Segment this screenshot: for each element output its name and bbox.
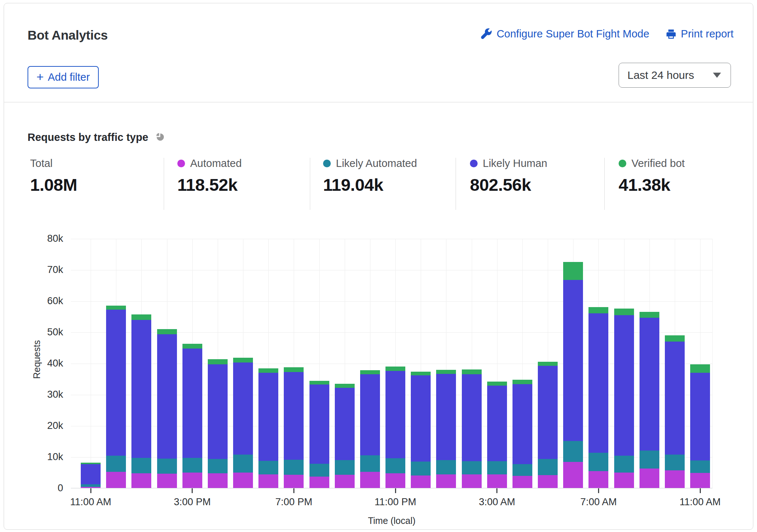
bar-segment-automated <box>335 475 355 488</box>
bar-segment-likely-automated <box>157 459 177 474</box>
bar-segment-automated <box>106 472 126 488</box>
bar-segment-likely-automated <box>563 441 583 462</box>
configure-super-bot-fight-mode-link[interactable]: Configure Super Bot Fight Mode <box>481 28 649 40</box>
header-actions: Configure Super Bot Fight Mode Print rep… <box>481 28 734 40</box>
traffic-type-stats: Total 1.08M Automated 118.52k Likely Aut… <box>0 157 757 212</box>
y-tick-label: 70k <box>19 264 63 276</box>
bar-segment-verified-bot <box>335 384 355 388</box>
bar-7-00-am <box>588 307 608 488</box>
bar-segment-automated <box>81 487 101 488</box>
x-tick-label: 11:00 AM <box>54 496 127 508</box>
stat-label: Likely Automated <box>336 157 417 170</box>
print-report-link[interactable]: Print report <box>666 28 734 40</box>
stat-divider <box>164 158 164 210</box>
bar-segment-automated <box>258 474 278 488</box>
y-tick-label: 30k <box>19 389 63 400</box>
bar-segment-verified-bot <box>563 262 583 280</box>
bar-segment-likely-human <box>258 373 278 461</box>
bar-segment-likely-human <box>487 386 507 461</box>
stat-label: Likely Human <box>483 157 547 170</box>
y-tick-label: 0 <box>19 482 63 494</box>
bar-3-00-pm <box>182 344 202 488</box>
bar-segment-likely-human <box>106 310 126 456</box>
bar-8-00-am <box>614 309 634 488</box>
stat-verified-bot: Verified bot 41.38k <box>619 157 685 195</box>
bar-9-00-am <box>640 312 659 488</box>
bar-segment-likely-automated <box>640 451 659 469</box>
likely-automated-legend-dot <box>323 160 331 167</box>
bar-segment-verified-bot <box>512 380 532 384</box>
stat-automated: Automated 118.52k <box>177 157 242 195</box>
stat-value: 41.38k <box>619 175 685 195</box>
bar-segment-verified-bot <box>131 314 151 320</box>
bar-segment-likely-human <box>360 374 380 455</box>
bar-segment-likely-automated <box>309 464 329 477</box>
bar-segment-likely-human <box>690 373 710 461</box>
section-title-row: Requests by traffic type <box>28 131 165 143</box>
bar-segment-verified-bot <box>258 368 278 372</box>
bar-segment-automated <box>538 475 558 488</box>
stat-divider <box>456 158 456 210</box>
bar-segment-automated <box>462 474 482 488</box>
configure-link-label: Configure Super Bot Fight Mode <box>497 28 649 40</box>
bar-segment-likely-human <box>462 374 482 461</box>
stat-value: 118.52k <box>177 175 242 195</box>
bar-segment-verified-bot <box>360 370 380 374</box>
x-axis-title: Time (local) <box>355 515 428 526</box>
bar-segment-likely-human <box>309 385 329 464</box>
bar-12-00-pm <box>106 306 126 488</box>
bar-segment-likely-automated <box>360 455 380 472</box>
bar-11-00-am <box>690 364 710 488</box>
add-filter-button[interactable]: + Add filter <box>28 66 99 88</box>
bar-2-00-am <box>462 369 482 488</box>
bar-segment-likely-human <box>335 388 355 460</box>
bar-segment-likely-human <box>182 349 202 458</box>
bar-segment-verified-bot <box>284 367 304 372</box>
bar-segment-automated <box>360 472 380 488</box>
bar-segment-likely-human <box>640 318 659 451</box>
bar-segment-likely-automated <box>182 458 202 472</box>
bar-segment-verified-bot <box>411 372 431 375</box>
stat-likely-automated: Likely Automated 119.04k <box>323 157 417 195</box>
bar-10-00-pm <box>360 370 380 488</box>
time-range-dropdown[interactable]: Last 24 hours <box>619 63 731 88</box>
bar-segment-verified-bot <box>538 362 558 366</box>
bar-segment-automated <box>436 474 456 488</box>
bar-segment-automated <box>690 473 710 488</box>
bar-segment-likely-automated <box>258 461 278 474</box>
stat-label: Automated <box>190 157 242 170</box>
print-link-label: Print report <box>681 28 734 40</box>
bar-11-00-pm <box>385 367 405 488</box>
bar-segment-verified-bot <box>106 306 126 310</box>
add-filter-label: Add filter <box>48 71 90 83</box>
bar-segment-likely-automated <box>81 484 101 487</box>
bar-6-00-am <box>563 262 583 488</box>
bar-10-00-am <box>665 335 685 488</box>
bar-segment-likely-automated <box>512 464 532 475</box>
x-tick-label: 11:00 AM <box>663 496 737 508</box>
bar-segment-automated <box>411 475 431 488</box>
x-tick-mark <box>496 488 497 493</box>
bar-4-00-pm <box>208 359 228 488</box>
x-tick-label: 7:00 PM <box>257 496 330 508</box>
bar-segment-automated <box>512 476 532 488</box>
bar-segment-likely-automated <box>462 461 482 475</box>
bar-segment-likely-human <box>233 362 253 455</box>
bar-segment-verified-bot <box>588 307 608 313</box>
stat-value: 1.08M <box>30 175 77 195</box>
bar-segment-likely-human <box>411 375 431 462</box>
bar-segment-likely-automated <box>436 460 456 474</box>
bar-segment-likely-automated <box>538 459 558 475</box>
bar-segment-likely-automated <box>233 455 253 472</box>
bar-segment-likely-human <box>588 313 608 453</box>
chevron-down-icon <box>713 73 721 78</box>
bar-segment-likely-human <box>208 364 228 459</box>
stat-total: Total 1.08M <box>30 157 77 195</box>
bot-analytics-page: Bot Analytics Configure Super Bot Fight … <box>0 0 757 532</box>
bar-segment-automated <box>284 475 304 488</box>
bar-segment-verified-bot <box>182 344 202 349</box>
bar-6-00-pm <box>258 368 278 488</box>
bar-segment-likely-automated <box>131 458 151 474</box>
y-tick-label: 50k <box>19 327 63 338</box>
plus-icon: + <box>36 70 44 83</box>
